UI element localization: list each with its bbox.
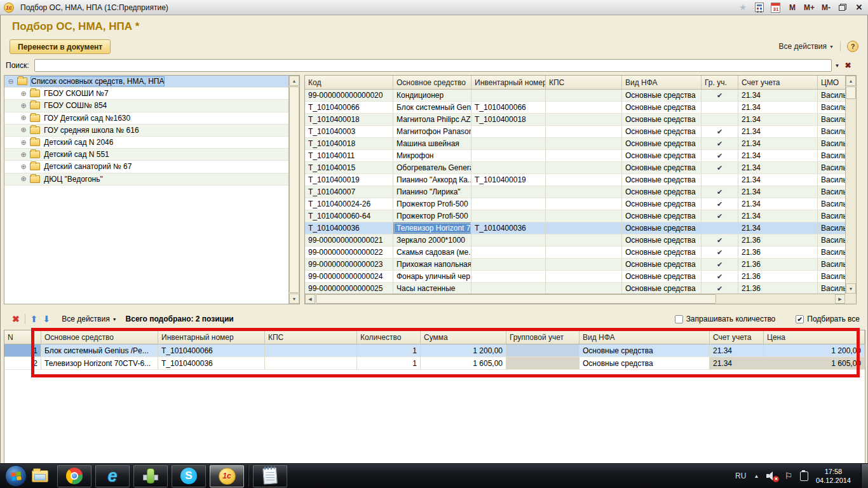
cell-row-number[interactable]: 2 <box>4 357 41 369</box>
cell-cmo[interactable]: Василь <box>818 150 846 161</box>
cell-code[interactable]: 99-000000000000022 <box>305 247 393 258</box>
column-header[interactable]: Количество <box>357 330 421 344</box>
expand-icon[interactable]: ⊕ <box>20 139 27 146</box>
cell-code[interactable]: T_1010400066 <box>305 102 393 113</box>
cell-quantity[interactable]: 1 <box>357 357 421 369</box>
cell-cmo[interactable]: Василь <box>818 114 846 125</box>
cell-nfa-type[interactable]: Основные средства <box>622 186 702 198</box>
cell-code[interactable]: T_1010400019 <box>305 174 393 186</box>
cell-group-check[interactable] <box>702 174 738 186</box>
cell-name[interactable]: Машина швейная <box>393 138 471 149</box>
cell-cmo[interactable]: Василь <box>818 162 846 173</box>
cell-kps[interactable] <box>546 162 622 173</box>
search-input[interactable] <box>34 59 832 72</box>
cell-nfa-type[interactable]: Основные средства <box>622 150 702 161</box>
calculator-icon[interactable] <box>754 2 764 13</box>
table-row[interactable]: T_1010400024-26Прожектор Profi-500Основн… <box>305 198 856 210</box>
cell-account[interactable]: 21.34 <box>738 138 818 149</box>
cell-kps[interactable] <box>546 186 622 198</box>
cell-nfa-type[interactable]: Основные средства <box>580 344 710 356</box>
cell-kps[interactable] <box>546 234 622 246</box>
column-header[interactable]: Основное средство <box>41 330 158 344</box>
cell-account[interactable]: 21.34 <box>710 357 764 369</box>
cell-group-check[interactable]: ✔ <box>702 283 738 294</box>
taskbar-clock[interactable]: 17:58 04.12.2014 <box>816 467 851 485</box>
cell-nfa-type[interactable]: Основные средства <box>622 247 702 258</box>
column-header[interactable]: Код <box>305 76 393 89</box>
all-actions-menu-header[interactable]: Все действия▼ <box>779 42 834 51</box>
cell-name[interactable]: Зеркало 2000*1000 <box>393 234 471 246</box>
cell-name[interactable]: Магнитола Philipc AZ... <box>393 114 471 125</box>
cell-nfa-type[interactable]: Основные средства <box>622 259 702 270</box>
tree-vertical-scrollbar[interactable]: ▲ ▼ <box>288 76 299 304</box>
scrollbar-thumb[interactable] <box>316 294 716 304</box>
memory-store-button[interactable]: М <box>787 2 797 13</box>
cell-nfa-type[interactable]: Основные средства <box>622 283 702 294</box>
cell-group-check[interactable] <box>702 114 738 125</box>
table-row[interactable]: T_101040015Обогреватель GeneralОсновные … <box>305 162 856 174</box>
column-header[interactable]: КПС <box>546 76 622 89</box>
cell-inventory-number[interactable]: T_1010400066 <box>471 102 546 113</box>
cell-account[interactable]: 21.34 <box>738 186 818 198</box>
collapse-icon[interactable]: ⊖ <box>7 78 15 85</box>
cell-name[interactable]: Блок системный Gen... <box>393 102 471 113</box>
cell-inventory-number[interactable] <box>471 126 546 137</box>
cell-cmo[interactable]: Василь <box>818 138 846 149</box>
expand-icon[interactable]: ⊕ <box>20 114 27 121</box>
cell-code[interactable]: T_101040011 <box>305 150 393 161</box>
cell-kps[interactable] <box>265 357 357 369</box>
cell-name[interactable]: Пианино "Аккорд Ка... <box>393 174 471 186</box>
cell-group-check[interactable]: ✔ <box>702 162 738 173</box>
cell-group-check[interactable]: ✔ <box>702 186 738 198</box>
pick-all-checkbox[interactable]: ✔ Подбирать все <box>796 315 860 323</box>
cell-inventory-number[interactable] <box>471 150 546 161</box>
column-header[interactable]: Счет учета <box>738 76 818 89</box>
cell-sum[interactable]: 1 200,00 <box>421 344 506 356</box>
table-row[interactable]: 99-000000000000022Скамья садовая (ме...О… <box>305 247 856 259</box>
taskbar-chrome-button[interactable] <box>57 465 92 487</box>
cell-cmo[interactable]: Василь <box>818 271 846 282</box>
column-header[interactable]: N <box>4 330 41 344</box>
cell-account[interactable]: 21.34 <box>738 222 818 234</box>
cell-inventory-number[interactable] <box>471 186 546 198</box>
cell-inventory-number[interactable]: T_1010400018 <box>471 114 546 125</box>
table-row[interactable]: T_1010400066Блок системный Gen...T_10104… <box>305 102 856 114</box>
cell-name[interactable]: Телевизор Horizont 7... <box>393 222 471 234</box>
table-row[interactable]: 99-000000000000023Прихожая напольная...О… <box>305 259 856 271</box>
cell-code[interactable]: T_1010400024-26 <box>305 198 393 210</box>
table-row[interactable]: T_1010400036Телевизор Horizont 7...T_101… <box>305 222 856 234</box>
search-clear-icon[interactable]: ✖ <box>845 61 851 70</box>
cell-nfa-type[interactable]: Основные средства <box>622 90 702 101</box>
cell-nfa-type[interactable]: Основные средства <box>622 234 702 246</box>
cell-name[interactable]: Прожектор Profi-500 <box>393 210 471 222</box>
cell-name[interactable]: Микрофон <box>393 150 471 161</box>
tree-item[interactable]: ⊕Детский санаторий № 67 <box>4 161 288 173</box>
checkbox-icon[interactable]: ✔ <box>796 315 804 323</box>
tray-expand-icon[interactable]: ▲ <box>754 473 759 479</box>
transfer-to-document-button[interactable]: Перенести в документ <box>10 39 111 54</box>
cell-name[interactable]: Фонарь уличный чер... <box>393 271 471 282</box>
cell-nfa-type[interactable]: Основные средства <box>622 162 702 173</box>
cell-inventory-number[interactable] <box>471 162 546 173</box>
cell-nfa-type[interactable]: Основные средства <box>622 271 702 282</box>
expand-icon[interactable]: ⊕ <box>20 102 27 109</box>
cell-code[interactable]: T_1010400060-64 <box>305 210 393 222</box>
scroll-right-icon[interactable]: ▶ <box>835 294 845 304</box>
cell-inventory-number[interactable] <box>471 90 546 101</box>
tree-item[interactable]: ⊕Детский сад N 551 <box>4 149 288 161</box>
cell-name[interactable]: Прихожая напольная... <box>393 259 471 270</box>
cell-account[interactable]: 21.34 <box>738 90 818 101</box>
scroll-up-icon[interactable]: ▲ <box>289 76 299 86</box>
cell-cmo[interactable]: Василь <box>818 247 846 258</box>
cell-kps[interactable] <box>546 198 622 210</box>
cell-group-check[interactable] <box>702 102 738 113</box>
cell-name[interactable]: Часы настенные <box>393 283 471 294</box>
cell-account[interactable]: 21.36 <box>738 283 818 294</box>
taskbar-1c-button[interactable]: 1c <box>210 465 244 487</box>
cell-nfa-type[interactable]: Основные средства <box>580 357 710 369</box>
cell-nfa-type[interactable]: Основные средства <box>622 114 702 125</box>
column-header[interactable]: Цена <box>764 330 865 344</box>
column-header[interactable]: Основное средство <box>393 76 471 89</box>
cell-inventory-number[interactable] <box>471 234 546 246</box>
scroll-left-icon[interactable]: ◀ <box>305 294 315 304</box>
